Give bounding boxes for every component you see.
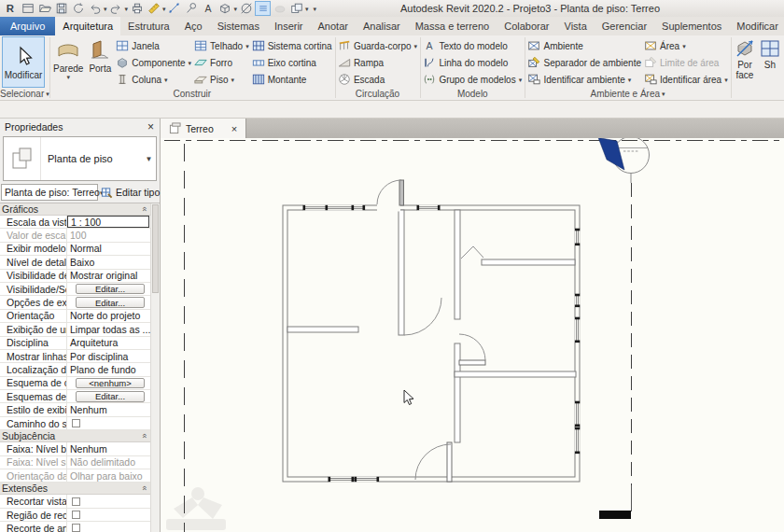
property-value[interactable]: Normal xyxy=(67,243,150,255)
qat-overflow-icon[interactable]: ▾ xyxy=(314,6,317,12)
new-window-icon[interactable] xyxy=(20,1,35,16)
tab-vista[interactable]: Vista xyxy=(557,17,595,35)
tab-sistemas[interactable]: Sistemas xyxy=(210,17,267,35)
tab-modificar[interactable]: Modificar xyxy=(729,17,784,35)
panel-label-modelo[interactable]: Modelo xyxy=(420,88,525,100)
section-icon[interactable] xyxy=(238,1,254,16)
property-checkbox[interactable] xyxy=(72,419,80,427)
tab-estrutura[interactable]: Estrutura xyxy=(120,17,177,35)
property-checkbox[interactable] xyxy=(72,497,80,506)
property-checkbox[interactable] xyxy=(72,524,80,532)
measure-icon[interactable] xyxy=(146,1,161,16)
door-button[interactable]: Porta xyxy=(86,36,114,88)
ramp-button[interactable]: Rampa xyxy=(337,54,418,71)
floor-button[interactable]: Piso▾ xyxy=(193,71,250,88)
tab-analisar[interactable]: Analisar xyxy=(356,17,408,35)
collapse-icon[interactable]: « xyxy=(139,434,148,439)
component-button[interactable]: Componente▾ xyxy=(115,54,192,71)
undo-icon[interactable] xyxy=(87,1,103,16)
open-folder-icon[interactable] xyxy=(36,1,52,16)
tab-inserir[interactable]: Inserir xyxy=(267,17,311,35)
area-button[interactable]: Área▾ xyxy=(643,37,729,54)
stair-button[interactable]: Escada xyxy=(337,71,418,88)
switch-windows-icon[interactable] xyxy=(288,1,304,16)
3d-view-dropdown-icon[interactable]: ▾ xyxy=(234,6,238,12)
property-value[interactable]: 100 xyxy=(67,229,150,241)
property-checkbox[interactable] xyxy=(72,511,80,519)
property-value[interactable]: Baixo xyxy=(67,256,150,268)
type-selector-dropdown-icon[interactable]: ▼ xyxy=(142,155,156,163)
tab-massa-e-terreno[interactable]: Massa e terreno xyxy=(408,17,497,35)
properties-scrollbar[interactable] xyxy=(150,203,160,532)
properties-close-icon[interactable]: × xyxy=(147,120,154,133)
modify-button[interactable]: Modificar xyxy=(2,36,45,88)
type-selector[interactable]: Planta de piso ▼ xyxy=(3,136,157,181)
property-value[interactable]: Por disciplina xyxy=(67,350,150,362)
switch-windows-dropdown-icon[interactable]: ▾ xyxy=(305,6,309,12)
ceiling-button[interactable]: Forro xyxy=(193,54,250,71)
property-value-button[interactable]: Editar... xyxy=(76,297,145,308)
drawing-area[interactable] xyxy=(161,138,784,532)
property-value[interactable]: Norte do projeto xyxy=(67,310,150,322)
view-tab-terreo[interactable]: Terreo × xyxy=(161,119,246,138)
collapse-icon[interactable]: « xyxy=(139,486,148,491)
railing-button[interactable]: Guarda-corpo▾ xyxy=(337,37,418,54)
tab-anotar[interactable]: Anotar xyxy=(311,17,356,35)
model-group-button[interactable]: Grupo de modelos▾ xyxy=(422,71,523,88)
property-value[interactable]: Arquitetura xyxy=(67,337,150,349)
default-3d-view-icon[interactable] xyxy=(217,1,233,16)
section-header[interactable]: Subjacência« xyxy=(0,430,150,442)
panel-label-circulacao[interactable]: Circulação xyxy=(335,88,420,100)
tag-area-button[interactable]: Identificar área▾ xyxy=(643,71,729,88)
tab-suplementos[interactable]: Suplementos xyxy=(654,17,729,35)
section-header[interactable]: Extensões« xyxy=(0,483,150,495)
panel-label-construir[interactable]: Construir xyxy=(49,88,335,100)
scrollbar-thumb[interactable] xyxy=(152,204,159,293)
text-icon[interactable]: A xyxy=(201,1,217,16)
save-icon[interactable] xyxy=(53,1,69,16)
curtain-grid-button[interactable]: Eixo cortina xyxy=(251,54,333,71)
render-icon[interactable] xyxy=(272,1,287,16)
tab-gerenciar[interactable]: Gerenciar xyxy=(595,17,654,35)
roof-button[interactable]: Telhado▾ xyxy=(193,37,250,54)
mullion-button[interactable]: Montante xyxy=(251,71,333,88)
tab-a-o[interactable]: Aço xyxy=(177,17,210,35)
aligned-dimension-icon[interactable] xyxy=(167,1,183,16)
room-button[interactable]: Ambiente xyxy=(526,37,642,54)
thin-lines-icon[interactable] xyxy=(255,1,271,16)
tab-colaborar[interactable]: Colaborar xyxy=(497,17,556,35)
tag-room-button[interactable]: Identificar ambiente▾ xyxy=(526,71,642,88)
property-value[interactable]: Nenhum xyxy=(67,403,150,415)
window-button[interactable]: Janela xyxy=(115,37,192,54)
tab-arquitetura[interactable]: Arquitetura xyxy=(55,17,120,35)
sync-icon[interactable] xyxy=(70,1,86,16)
redo-dropdown-icon[interactable]: ▾ xyxy=(125,6,129,12)
undo-dropdown-icon[interactable]: ▾ xyxy=(104,6,107,12)
redo-icon[interactable] xyxy=(108,1,124,16)
panel-label-selecionar[interactable]: Selecionar▾ xyxy=(0,88,49,100)
edit-type-button[interactable]: Editar tipo xyxy=(101,184,160,201)
collapse-icon[interactable]: « xyxy=(139,206,148,211)
property-value[interactable]: Limpar todas as ... xyxy=(67,323,150,335)
section-header[interactable]: Gráficos« xyxy=(0,203,150,216)
instance-selector[interactable]: Planta de piso: Terreo▾ xyxy=(1,184,98,201)
property-value-button[interactable]: <nenhum> xyxy=(76,378,145,389)
property-value[interactable]: Olhar para baixo xyxy=(67,469,150,482)
property-value-button[interactable]: Editar... xyxy=(76,284,145,295)
model-text-button[interactable]: ATexto do modelo xyxy=(422,37,523,54)
panel-label-ambiente-area[interactable]: Ambiente e Área▾ xyxy=(525,88,730,100)
tab-arquivo[interactable]: Arquivo xyxy=(0,17,55,35)
curtain-system-button[interactable]: Sistema cortina xyxy=(251,37,333,54)
wall-button[interactable]: Parede▾ xyxy=(51,36,85,88)
print-icon[interactable] xyxy=(129,1,145,16)
property-value-input[interactable]: 1 : 100 xyxy=(67,216,149,228)
model-line-button[interactable]: Linha do modelo xyxy=(422,54,523,71)
room-separator-button[interactable]: Separador de ambiente xyxy=(526,54,642,71)
opening-shaft-button[interactable]: Sh xyxy=(758,36,782,88)
property-value[interactable]: Não delimitado xyxy=(67,456,150,469)
column-button[interactable]: Coluna▾ xyxy=(115,71,192,88)
revit-logo[interactable]: R xyxy=(3,1,19,16)
opening-by-face-button[interactable]: Por face xyxy=(733,36,757,88)
property-value[interactable]: Mostrar original xyxy=(67,270,150,282)
property-value-button[interactable]: Editar... xyxy=(76,391,145,402)
